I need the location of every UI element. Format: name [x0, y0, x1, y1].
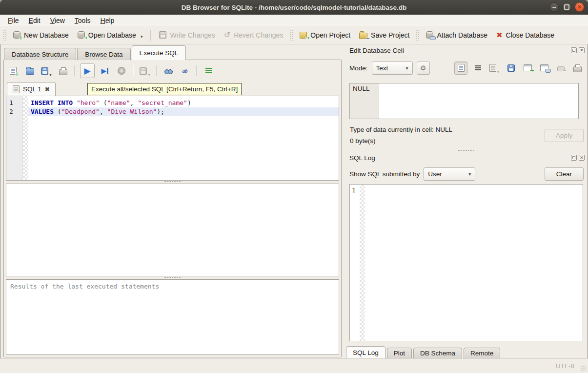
- revert-changes-button[interactable]: ↺ Revert Changes: [220, 29, 288, 41]
- log-content: [365, 185, 583, 341]
- cell-text-area[interactable]: [379, 83, 578, 119]
- menu-help[interactable]: Help: [96, 16, 120, 25]
- find-replace-button[interactable]: ab: [179, 64, 191, 77]
- title-bar[interactable]: DB Browser for SQLite - /home/user/code/…: [0, 0, 588, 15]
- dock-splitter[interactable]: [349, 148, 583, 152]
- menu-edit[interactable]: Edit: [24, 16, 45, 25]
- copy-link-button[interactable]: [538, 62, 550, 74]
- maximize-icon: [564, 4, 569, 10]
- float-icon[interactable]: [571, 47, 577, 53]
- execute-current-line-button[interactable]: ▶: [99, 64, 111, 77]
- save-sql-dropdown-icon: ▾: [49, 72, 52, 77]
- mode-select[interactable]: Text ▾: [372, 62, 413, 75]
- open-project-button[interactable]: → Open Project: [295, 29, 355, 41]
- tab-database-structure[interactable]: Database Structure: [4, 48, 76, 60]
- menu-tools[interactable]: Tools: [70, 16, 96, 25]
- menu-file[interactable]: File: [3, 16, 24, 25]
- import-data-icon: [489, 64, 496, 72]
- sql-log-view[interactable]: 1: [349, 184, 583, 341]
- code-area[interactable]: INSERT INTO "hero" ("name", "secret_name…: [28, 96, 339, 180]
- dock-close-icon[interactable]: ✕: [579, 47, 585, 53]
- cell-editor[interactable]: NULL: [349, 83, 579, 119]
- close-sql-tab-icon[interactable]: ✖: [45, 86, 50, 93]
- mode-row: Mode: Text ▾ ⚙ ▾ → −: [349, 61, 584, 75]
- attach-database-icon: [426, 31, 433, 39]
- write-changes-button[interactable]: Write Changes: [155, 29, 219, 41]
- execute-all-icon: ▶: [84, 67, 90, 75]
- open-database-dropdown-icon[interactable]: ▾: [141, 34, 143, 39]
- maximize-button[interactable]: [562, 2, 571, 12]
- toolbar-drag-handle[interactable]: [416, 30, 420, 41]
- open-external-icon: →: [524, 64, 532, 71]
- save-results-button[interactable]: ▾: [139, 64, 151, 77]
- new-sql-tab-button[interactable]: +: [7, 64, 20, 77]
- save-sql-file-button[interactable]: ▾: [40, 64, 53, 77]
- revert-changes-icon: ↺: [224, 31, 230, 39]
- tab-db-schema[interactable]: DB Schema: [413, 348, 462, 359]
- dock-close-icon[interactable]: ✕: [579, 155, 585, 161]
- window-title: DB Browser for SQLite - /home/user/code/…: [182, 4, 406, 11]
- write-changes-icon: [159, 31, 166, 39]
- results-table-pane[interactable]: [6, 184, 339, 276]
- code-line-2: VALUES ("Deadpond", "Dive Wilson");: [28, 107, 339, 116]
- open-database-button[interactable]: → Open Database ▾: [73, 29, 147, 41]
- save-sql-file-icon: [41, 67, 48, 75]
- toolbar-drag-handle[interactable]: [3, 30, 7, 41]
- cell-value-gutter: NULL: [350, 83, 379, 119]
- word-wrap-button[interactable]: [471, 62, 484, 74]
- open-sql-file-icon: [26, 68, 34, 75]
- submitted-by-select[interactable]: User ▾: [424, 167, 475, 181]
- minimize-icon: [552, 7, 556, 8]
- stop-execution-button[interactable]: ✕: [115, 64, 128, 77]
- format-sql-button[interactable]: [202, 64, 215, 77]
- open-sql-file-button[interactable]: [23, 64, 36, 77]
- toolbar-drag-handle[interactable]: [289, 30, 293, 41]
- text-mode-button[interactable]: [454, 62, 467, 75]
- print-sql-button[interactable]: [57, 64, 69, 77]
- cell-value: NULL: [353, 85, 370, 92]
- execute-all-button[interactable]: ▶: [80, 63, 95, 78]
- minimize-button[interactable]: [549, 2, 559, 12]
- close-database-button[interactable]: ✖ Close Database: [492, 28, 559, 42]
- tab-browse-data[interactable]: Browse Data: [77, 48, 130, 60]
- messages-pane[interactable]: Results of the last executed statements: [6, 279, 339, 355]
- format-sql-icon: [205, 68, 212, 74]
- set-null-button[interactable]: −: [554, 62, 567, 74]
- find-button[interactable]: [162, 64, 175, 77]
- apply-changes-button[interactable]: ⚙: [417, 62, 430, 75]
- print-cell-button[interactable]: [571, 62, 584, 74]
- set-null-icon: −: [557, 66, 565, 71]
- execute-current-line-icon: ▶: [101, 67, 107, 74]
- clear-button[interactable]: Clear: [545, 167, 584, 181]
- sql-editor[interactable]: 1 2 INSERT INTO "hero" ("name", "secret_…: [6, 96, 339, 181]
- results-placeholder: Results of the last executed statements: [10, 283, 159, 290]
- save-data-button[interactable]: [505, 62, 517, 74]
- new-database-button[interactable]: + New Database: [9, 29, 73, 41]
- tab-remote[interactable]: Remote: [464, 348, 500, 359]
- stop-execution-icon: ✕: [118, 67, 125, 75]
- close-database-icon: ✖: [496, 31, 503, 40]
- print-cell-icon: [573, 66, 582, 72]
- save-project-button[interactable]: − Save Project: [355, 29, 414, 41]
- tab-plot[interactable]: Plot: [387, 348, 412, 359]
- mode-label: Mode:: [349, 64, 368, 72]
- open-external-button[interactable]: →: [521, 62, 534, 74]
- save-project-icon: −: [359, 33, 367, 39]
- close-button[interactable]: ✕: [575, 2, 584, 12]
- tab-sql-log[interactable]: SQL Log: [346, 346, 385, 359]
- line-number-gutter: 1 2: [6, 96, 23, 180]
- chevron-down-icon: ▾: [463, 171, 471, 177]
- editor-results-splitter[interactable]: [4, 180, 341, 184]
- results-messages-splitter[interactable]: [4, 275, 341, 279]
- import-data-button[interactable]: ▾: [488, 62, 501, 74]
- attach-database-button[interactable]: Attach Database: [422, 29, 492, 41]
- resize-grip[interactable]: [580, 365, 587, 372]
- apply-button[interactable]: Apply: [545, 129, 584, 142]
- menu-view[interactable]: View: [45, 16, 70, 25]
- sql-1-tab[interactable]: SQL 1 ✖: [7, 82, 56, 96]
- code-line-1: INSERT INTO "hero" ("name", "secret_name…: [28, 99, 339, 107]
- tab-execute-sql[interactable]: Execute SQL: [132, 45, 186, 60]
- log-line-gutter: 1: [350, 185, 360, 341]
- execute-tooltip: Execute all/selected SQL [Ctrl+Return, F…: [87, 83, 242, 95]
- float-icon[interactable]: [571, 155, 577, 161]
